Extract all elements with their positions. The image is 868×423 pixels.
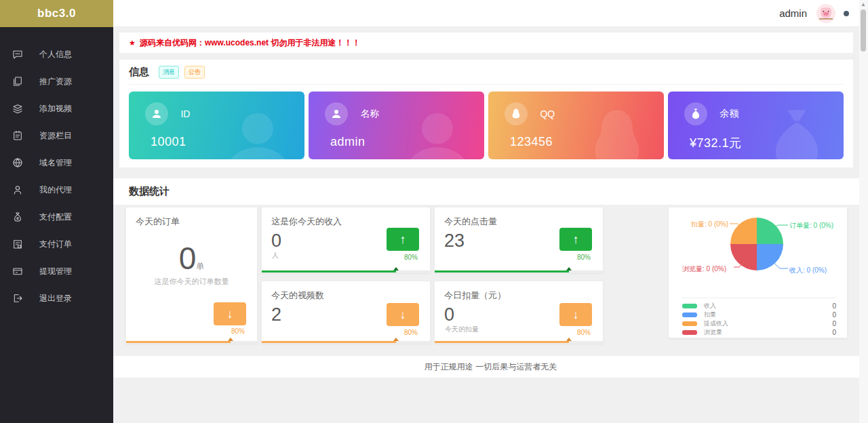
legend-item-income[interactable]: 收入 0 xyxy=(682,302,836,310)
card-label: 名称 xyxy=(360,108,379,119)
arrow-up-button[interactable]: ↑ xyxy=(387,228,419,251)
legend-swatch xyxy=(682,313,697,317)
card-label: QQ xyxy=(540,108,555,119)
footer: 用于正规用途 一切后果与运营者无关 xyxy=(113,356,868,378)
sidebar-item-label: 我的代理 xyxy=(39,184,72,196)
arrow-down-icon: ↓ xyxy=(573,308,579,322)
pie-legend: 收入 0 扣量 0 提成收入 0 浏览量 0 xyxy=(682,302,836,337)
legend-divider xyxy=(682,298,836,298)
legend-swatch xyxy=(682,321,697,326)
stat-title: 这是你今天的收入 xyxy=(262,207,430,228)
sidebar-item-label: 提现管理 xyxy=(39,266,72,277)
main-content: ★ 源码来自优码网：www.ucodes.net 切勿用于非法用途！！！ 信息 … xyxy=(113,27,868,423)
tag-message[interactable]: 消息 xyxy=(159,66,179,79)
legend-swatch xyxy=(682,330,697,335)
sidebar-item-label: 个人信息 xyxy=(39,49,72,60)
videos-stat-card: 今天的视频数 2 ↓ 80% xyxy=(261,281,431,344)
sidebar-item-resource-column[interactable]: 资源栏目 xyxy=(0,122,113,149)
user-icon xyxy=(145,102,168,125)
resource-column-icon xyxy=(12,130,23,141)
stat-value: 0 xyxy=(179,241,197,276)
income-stat-card: 这是你今天的收入 0 人 ↑ 80% xyxy=(261,207,431,273)
stat-percent: 80% xyxy=(231,327,245,335)
scrollbar-thumb[interactable] xyxy=(861,9,866,52)
clicks-stat-card: 今天的点击量 23 ↑ 80% xyxy=(434,207,604,273)
info-panel: 信息 消息 公告 ID 10001 名称 admin QQ 123456 xyxy=(119,60,853,167)
my-agent-icon xyxy=(12,184,23,195)
stat-percent: 80% xyxy=(577,329,591,336)
sidebar-nav: 个人信息 推广资源 添加视频 资源栏目 域名管理 我的代理 支付配置 支付订单 xyxy=(0,27,113,312)
pie-callout-income: 收入: 0 (0%) xyxy=(789,266,827,275)
pie-callout-orders: 订单量: 0 (0%) xyxy=(789,221,833,230)
star-icon: ★ xyxy=(129,39,136,47)
balance-card: 余额 ¥732.1元 xyxy=(668,92,844,159)
sidebar-item-label: 域名管理 xyxy=(39,157,72,169)
sidebar: bbc3.0 个人信息 推广资源 添加视频 资源栏目 域名管理 我的代理 支付配… xyxy=(0,0,113,423)
arrow-up-icon: ↑ xyxy=(400,233,406,247)
topbar: admin xyxy=(113,0,868,27)
stat-title: 今天的视频数 xyxy=(262,281,430,302)
legend-item-views[interactable]: 浏览量 0 xyxy=(682,328,836,337)
user-watermark-icon xyxy=(400,104,475,159)
sidebar-item-promotion[interactable]: 推广资源 xyxy=(0,68,113,95)
user-icon xyxy=(325,102,348,125)
username[interactable]: admin xyxy=(779,7,807,19)
footer-text: 用于正规用途 一切后果与运营者无关 xyxy=(425,361,557,373)
sidebar-item-label: 添加视频 xyxy=(39,103,72,115)
sidebar-item-profile[interactable]: 个人信息 xyxy=(0,41,113,68)
user-watermark-icon xyxy=(220,104,295,159)
sidebar-item-label: 支付配置 xyxy=(39,212,72,223)
sidebar-item-logout[interactable]: 退出登录 xyxy=(0,285,113,312)
sidebar-item-withdraw[interactable]: 提现管理 xyxy=(0,258,113,285)
sidebar-item-label: 推广资源 xyxy=(39,76,72,87)
avatar[interactable] xyxy=(816,4,835,23)
sidebar-item-pay-orders[interactable]: 支付订单 xyxy=(0,230,113,258)
arrow-down-icon: ↓ xyxy=(227,307,233,321)
stat-unit: 单 xyxy=(196,262,204,271)
stat-percent: 80% xyxy=(404,254,418,261)
arrow-down-button[interactable]: ↓ xyxy=(387,303,419,326)
stat-title: 今日扣量（元） xyxy=(435,281,603,302)
pig-avatar-icon xyxy=(818,5,834,22)
profile-message-icon xyxy=(12,49,23,60)
legend-item-commission[interactable]: 提成收入 0 xyxy=(682,319,836,328)
notice-bar: ★ 源码来自优码网：www.ucodes.net 切勿用于非法用途！！！ xyxy=(119,33,853,53)
card-label: ID xyxy=(180,108,190,119)
deduction-stat-card: 今日扣量（元） 0 今天的扣量 ↓ 80% xyxy=(434,281,604,344)
id-card: ID 10001 xyxy=(129,92,304,159)
sidebar-item-pay-config[interactable]: 支付配置 xyxy=(0,203,113,230)
tag-announcement[interactable]: 公告 xyxy=(184,66,205,79)
stat-title: 今天的点击量 xyxy=(435,207,603,228)
legend-item-deduction[interactable]: 扣量 0 xyxy=(682,310,836,319)
pie-callout-views: 浏览量: 0 (0%) xyxy=(682,264,726,274)
pie-chart-card: 扣量: 0 (0%) 订单量: 0 (0%) 浏览量: 0 (0%) 收入: 0… xyxy=(668,207,848,338)
arrow-down-button[interactable]: ↓ xyxy=(559,303,592,326)
stats-section-title: 数据统计 xyxy=(113,178,868,205)
sidebar-item-label: 支付订单 xyxy=(39,239,72,250)
money-bag-icon xyxy=(684,102,707,125)
pay-order-icon xyxy=(12,239,23,249)
stat-title: 今天的订单 xyxy=(126,207,257,228)
pie-callout-deduction: 扣量: 0 (0%) xyxy=(677,220,728,229)
stats-body: 今天的订单 0单 这是你今天的订单数量 ↓ 80% 这是你今天的收入 0 人 ↑… xyxy=(113,205,868,344)
arrow-up-button[interactable]: ↑ xyxy=(559,228,592,251)
scrollbar-up-icon[interactable]: ▲ xyxy=(861,1,866,7)
scrollbar-track[interactable]: ▲ xyxy=(859,0,868,423)
sidebar-item-agents[interactable]: 我的代理 xyxy=(0,176,113,203)
collapse-dot-icon[interactable] xyxy=(844,11,849,16)
pay-config-icon xyxy=(12,212,23,222)
app-logo: bbc3.0 xyxy=(0,0,113,27)
promotion-resource-icon xyxy=(12,76,23,87)
qq-penguin-icon xyxy=(505,102,528,125)
logout-icon xyxy=(12,293,23,304)
money-bag-watermark-icon xyxy=(760,104,834,159)
notice-text: 源码来自优码网：www.ucodes.net 切勿用于非法用途！！！ xyxy=(140,37,361,49)
sidebar-item-domain[interactable]: 域名管理 xyxy=(0,149,113,176)
arrow-down-icon: ↓ xyxy=(400,308,406,322)
legend-swatch xyxy=(682,304,697,308)
qq-card: QQ 123456 xyxy=(488,92,664,159)
sidebar-item-label: 退出登录 xyxy=(39,293,72,304)
info-section-title: 信息 xyxy=(129,66,149,79)
arrow-down-button[interactable]: ↓ xyxy=(214,302,246,325)
sidebar-item-add-video[interactable]: 添加视频 xyxy=(0,95,113,122)
